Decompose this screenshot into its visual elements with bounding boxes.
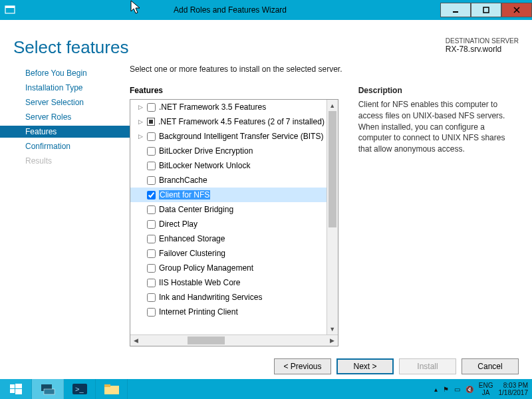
description-pane: Description Client for NFS enables this … bbox=[358, 86, 519, 346]
feature-label: .NET Framework 3.5 Features bbox=[159, 102, 266, 112]
install-button[interactable]: Install bbox=[399, 358, 456, 374]
wizard-header: Select features DESTINATION SERVER RX-78… bbox=[0, 20, 532, 65]
feature-checkbox[interactable] bbox=[147, 308, 156, 317]
feature-row[interactable]: Failover Clustering bbox=[130, 246, 327, 261]
feature-checkbox[interactable] bbox=[147, 132, 156, 141]
scroll-up-icon[interactable]: ▲ bbox=[327, 100, 338, 111]
feature-row[interactable]: Client for NFS bbox=[130, 188, 327, 202]
tray-chevron-icon[interactable]: ▴ bbox=[434, 386, 438, 393]
feature-label: BitLocker Drive Encryption bbox=[159, 146, 253, 156]
feature-checkbox[interactable] bbox=[147, 220, 156, 229]
feature-label: .NET Framework 4.5 Features (2 of 7 inst… bbox=[158, 117, 325, 126]
taskbar-explorer[interactable] bbox=[96, 379, 128, 399]
feature-row[interactable]: ▷.NET Framework 3.5 Features bbox=[130, 100, 327, 114]
server-manager-icon bbox=[40, 382, 56, 396]
feature-checkbox[interactable] bbox=[147, 147, 156, 156]
tray-network-icon[interactable]: ▭ bbox=[454, 386, 460, 393]
scroll-thumb[interactable] bbox=[329, 111, 336, 227]
minimize-button[interactable] bbox=[440, 3, 471, 17]
feature-row[interactable]: ▷.NET Framework 4.5 Features (2 of 7 ins… bbox=[130, 114, 327, 129]
svg-rect-15 bbox=[104, 384, 110, 387]
feature-row[interactable]: ▷Background Intelligent Transfer Service… bbox=[130, 129, 327, 144]
wizard-step[interactable]: Confirmation bbox=[0, 140, 130, 152]
destination-block: DESTINATION SERVER RX-78.srv.world bbox=[446, 37, 519, 58]
cancel-button[interactable]: Cancel bbox=[462, 358, 519, 374]
svg-rect-6 bbox=[10, 384, 15, 388]
scroll-right-icon[interactable]: ▶ bbox=[327, 335, 338, 346]
feature-row[interactable]: Group Policy Management bbox=[130, 261, 327, 275]
close-button[interactable] bbox=[501, 3, 532, 17]
vertical-scrollbar[interactable]: ▲ ▼ bbox=[327, 100, 338, 334]
app-icon bbox=[0, 0, 20, 20]
feature-label: IIS Hostable Web Core bbox=[159, 278, 241, 287]
scroll-down-icon[interactable]: ▼ bbox=[327, 323, 338, 334]
wizard-step[interactable]: Before You Begin bbox=[0, 67, 130, 79]
feature-label: BitLocker Network Unlock bbox=[159, 161, 250, 170]
feature-row[interactable]: Internet Printing Client bbox=[130, 305, 327, 319]
titlebar: Add Roles and Features Wizard bbox=[0, 0, 532, 20]
hscroll-thumb[interactable] bbox=[188, 336, 225, 344]
feature-checkbox[interactable] bbox=[147, 264, 156, 273]
feature-label: Group Policy Management bbox=[159, 263, 253, 273]
horizontal-scrollbar[interactable]: ◀ ▶ bbox=[130, 334, 338, 346]
feature-checkbox[interactable] bbox=[147, 235, 156, 243]
feature-checkbox[interactable] bbox=[147, 176, 156, 185]
expand-icon[interactable]: ▷ bbox=[137, 118, 144, 125]
feature-checkbox[interactable] bbox=[147, 293, 156, 302]
destination-server: RX-78.srv.world bbox=[446, 45, 519, 54]
tray-flag-icon[interactable]: ⚑ bbox=[443, 386, 449, 393]
feature-row[interactable]: Ink and Handwriting Services bbox=[130, 290, 327, 305]
wizard-content: Select one or more features to install o… bbox=[130, 65, 532, 346]
feature-label: Failover Clustering bbox=[159, 249, 225, 258]
wizard-step[interactable]: Features bbox=[0, 126, 130, 138]
feature-checkbox[interactable] bbox=[147, 249, 156, 258]
taskbar-powershell[interactable]: >_ bbox=[64, 379, 96, 399]
window-title: Add Roles and Features Wizard bbox=[20, 5, 440, 15]
svg-rect-1 bbox=[5, 6, 15, 8]
wizard-step[interactable]: Server Roles bbox=[0, 111, 130, 123]
previous-button[interactable]: < Previous bbox=[274, 358, 331, 374]
feature-row[interactable]: BitLocker Drive Encryption bbox=[130, 144, 327, 158]
tray-clock[interactable]: 8:03 PM1/18/2017 bbox=[499, 382, 529, 397]
taskbar-server-manager[interactable] bbox=[32, 379, 64, 399]
feature-label: BranchCache bbox=[159, 176, 207, 185]
system-tray[interactable]: ▴ ⚑ ▭ 🔇 ENGJA 8:03 PM1/18/2017 bbox=[434, 382, 532, 397]
taskbar[interactable]: >_ ▴ ⚑ ▭ 🔇 ENGJA 8:03 PM1/18/2017 bbox=[0, 379, 532, 399]
feature-checkbox[interactable] bbox=[147, 162, 156, 170]
feature-row[interactable]: BranchCache bbox=[130, 173, 327, 188]
feature-checkbox[interactable] bbox=[147, 103, 156, 112]
expand-icon[interactable]: ▷ bbox=[137, 104, 144, 110]
scroll-left-icon[interactable]: ◀ bbox=[130, 335, 142, 346]
features-listbox[interactable]: ▷.NET Framework 3.5 Features▷.NET Framew… bbox=[130, 99, 338, 346]
feature-row[interactable]: Data Center Bridging bbox=[130, 202, 327, 217]
feature-row[interactable]: IIS Hostable Web Core bbox=[130, 275, 327, 290]
description-body: Client for NFS enables this computer to … bbox=[358, 99, 519, 155]
feature-label: Enhanced Storage bbox=[159, 234, 225, 243]
tray-language[interactable]: ENGJA bbox=[479, 382, 493, 397]
wizard-step[interactable]: Server Selection bbox=[0, 96, 130, 108]
feature-label: Ink and Handwriting Services bbox=[159, 293, 262, 302]
feature-checkbox[interactable] bbox=[147, 205, 156, 214]
feature-row[interactable]: BitLocker Network Unlock bbox=[130, 158, 327, 173]
feature-row[interactable]: Direct Play bbox=[130, 217, 327, 231]
wizard-step[interactable]: Installation Type bbox=[0, 82, 130, 94]
checkbox-partial-icon[interactable] bbox=[147, 118, 155, 126]
next-button[interactable]: Next > bbox=[336, 358, 394, 374]
powershell-icon: >_ bbox=[72, 382, 88, 396]
start-button[interactable] bbox=[0, 379, 32, 399]
windows-logo-icon bbox=[10, 383, 22, 395]
page-title: Select features bbox=[13, 37, 128, 58]
tray-volume-icon[interactable]: 🔇 bbox=[466, 386, 473, 393]
window-buttons bbox=[440, 3, 532, 17]
wizard-step: Results bbox=[0, 155, 130, 167]
svg-text:>_: >_ bbox=[75, 385, 84, 393]
feature-label: Direct Play bbox=[159, 219, 198, 229]
maximize-button[interactable] bbox=[471, 3, 501, 17]
instruction-text: Select one or more features to install o… bbox=[130, 65, 519, 74]
svg-rect-3 bbox=[483, 7, 489, 13]
destination-label: DESTINATION SERVER bbox=[446, 37, 519, 45]
feature-checkbox[interactable] bbox=[147, 279, 156, 287]
expand-icon[interactable]: ▷ bbox=[137, 133, 144, 140]
feature-row[interactable]: Enhanced Storage bbox=[130, 231, 327, 246]
feature-checkbox[interactable] bbox=[147, 191, 156, 200]
